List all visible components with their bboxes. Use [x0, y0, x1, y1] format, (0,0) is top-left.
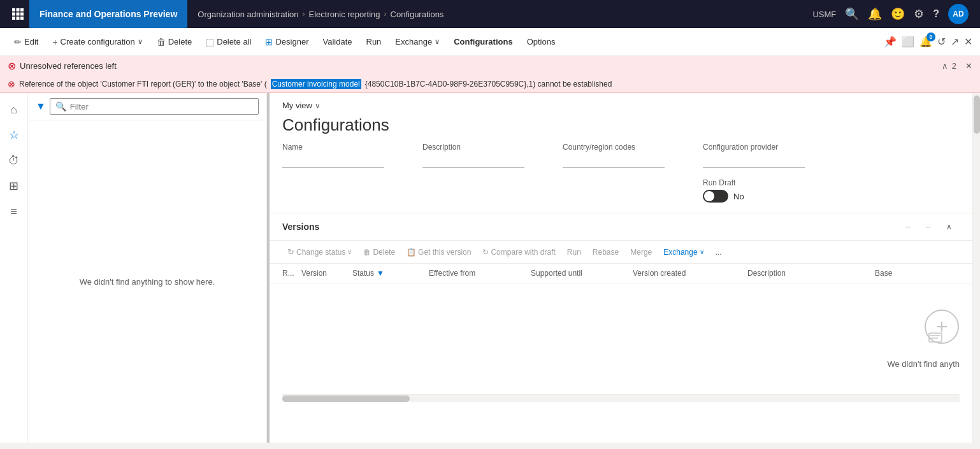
create-chevron-icon: ∨ — [138, 38, 143, 46]
breadcrumb-electronic[interactable]: Electronic reporting — [309, 10, 380, 19]
breadcrumb-sep-2: › — [384, 10, 387, 18]
sidebar-recent-icon[interactable]: ⏱ — [3, 149, 25, 172]
search-icon[interactable]: 🔍 — [845, 7, 859, 21]
description-value[interactable] — [422, 154, 524, 168]
compare-icon: ↻ — [482, 248, 489, 257]
close-panel-icon[interactable]: ✕ — [964, 36, 972, 48]
get-this-version-button[interactable]: 📋 Get this version — [401, 245, 476, 259]
col-header-version: Version — [301, 269, 352, 278]
vertical-scroll-thumb[interactable] — [974, 96, 980, 134]
country-region-value[interactable] — [563, 154, 665, 168]
error-banner-detail: ⊗ Reference of the object 'Customer FTI … — [0, 76, 980, 92]
pin-icon[interactable]: 📌 — [884, 36, 897, 48]
config-provider-value[interactable] — [703, 154, 805, 168]
sidebar-workspaces-icon[interactable]: ⊞ — [3, 175, 25, 197]
waffle-menu-button[interactable] — [6, 0, 29, 28]
edit-button[interactable]: ✏ Edit — [8, 33, 45, 51]
svg-rect-10 — [929, 333, 942, 342]
change-status-chevron: ∨ — [347, 248, 352, 255]
delete-button[interactable]: 🗑 Delete — [150, 33, 199, 51]
exchange-chevron: ∨ — [700, 248, 704, 255]
right-panel-content: My view ∨ Configurations Name Descriptio… — [270, 93, 972, 443]
configurations-button[interactable]: Configurations — [447, 33, 519, 50]
exchange-button[interactable]: Exchange ∨ — [389, 33, 446, 50]
svg-rect-6 — [12, 17, 15, 20]
change-status-icon: ↻ — [287, 247, 294, 257]
designer-icon: ⊞ — [265, 37, 273, 47]
left-panel-empty: We didn't find anything to show here. — [28, 120, 266, 443]
versions-header: Versions -- -- ∧ — [270, 213, 972, 241]
sidebar-favorite-icon[interactable]: ☆ — [3, 124, 25, 146]
svg-rect-5 — [20, 13, 24, 16]
action-bar: ✏ Edit + Create configuration ∨ 🗑 Delete… — [0, 28, 980, 56]
table-empty-state: We didn't find anyth — [270, 283, 972, 394]
delete-all-icon: ⬚ — [206, 37, 214, 47]
horizontal-scroll-thumb[interactable] — [282, 396, 410, 402]
avatar[interactable]: AD — [948, 4, 969, 24]
filter-icon[interactable]: ▼ — [36, 101, 46, 112]
sidebar-home-icon[interactable]: ⌂ — [3, 98, 25, 121]
delete-all-button[interactable]: ⬚ Delete all — [199, 33, 257, 51]
exchange-chevron-icon: ∨ — [435, 38, 440, 46]
col-header-description: Description — [747, 269, 875, 278]
change-status-button[interactable]: ↻ Change status ∨ — [282, 245, 357, 259]
open-new-icon[interactable]: ↗ — [951, 36, 959, 48]
designer-button[interactable]: ⊞ Designer — [259, 33, 315, 51]
view-selector[interactable]: My view ∨ — [270, 93, 972, 113]
versions-more-button[interactable]: ... — [710, 245, 727, 259]
run-draft-container: Run Draft No — [703, 178, 805, 203]
horizontal-scrollbar[interactable] — [282, 394, 960, 402]
versions-header-controls: -- -- ∧ — [900, 220, 960, 234]
versions-delete-button[interactable]: 🗑 Delete — [358, 245, 400, 259]
versions-run-button[interactable]: Run — [562, 245, 586, 259]
versions-delete-icon: 🗑 — [363, 248, 371, 257]
svg-rect-4 — [17, 13, 20, 16]
right-panel-inner: My view ∨ Configurations Name Descriptio… — [270, 93, 980, 443]
error-detail-prefix: Reference of the object 'Customer FTI re… — [19, 80, 267, 89]
error-detail-suffix: {4850C10B-1B7C-4AD0-98F9-26E3705C959C},1… — [365, 80, 612, 89]
versions-dash1: -- — [900, 220, 916, 234]
svg-rect-2 — [20, 8, 24, 11]
col-header-base: Base — [875, 269, 960, 278]
settings-icon[interactable]: ⚙ — [914, 7, 924, 21]
run-button[interactable]: Run — [360, 33, 388, 50]
options-button[interactable]: Options — [521, 33, 562, 50]
merge-button[interactable]: Merge — [625, 245, 657, 259]
validate-button[interactable]: Validate — [316, 33, 358, 50]
versions-section: Versions -- -- ∧ ↻ Change status ∨ — [270, 213, 972, 443]
search-input[interactable] — [70, 102, 253, 111]
expand-icon[interactable]: ⬜ — [902, 36, 914, 48]
error-banner-container: ⊗ Unresolved references left ∧ 2 ✕ ⊗ Ref… — [0, 56, 980, 93]
col-header-status: Status ▼ — [352, 269, 429, 278]
user-label: USMF — [812, 10, 836, 19]
svg-rect-1 — [17, 8, 20, 11]
search-box[interactable]: 🔍 — [50, 98, 259, 115]
name-value[interactable] — [282, 154, 384, 168]
sidebar-modules-icon[interactable]: ≡ — [3, 200, 25, 223]
breadcrumb-org[interactable]: Organization administration — [198, 10, 298, 19]
refresh-icon[interactable]: ↺ — [937, 36, 946, 48]
svg-rect-8 — [20, 17, 24, 20]
help-icon[interactable]: ? — [933, 8, 939, 20]
error-count: 2 — [952, 61, 956, 71]
versions-title: Versions — [282, 222, 900, 232]
status-filter-icon[interactable]: ▼ — [377, 269, 384, 278]
compare-draft-button[interactable]: ↻ Compare with draft — [477, 245, 560, 259]
notification-count-icon[interactable]: 🔔 0 — [919, 35, 932, 48]
versions-exchange-button[interactable]: Exchange ∨ — [658, 245, 709, 259]
feedback-icon[interactable]: 🙂 — [891, 7, 905, 21]
rebase-button[interactable]: Rebase — [587, 245, 624, 259]
versions-collapse-button[interactable]: ∧ — [941, 220, 957, 234]
create-configuration-button[interactable]: + Create configuration ∨ — [46, 33, 148, 51]
top-nav-bar: Finance and Operations Preview Organizat… — [0, 0, 980, 28]
vertical-scrollbar[interactable] — [972, 93, 980, 443]
table-header: R... Version Status ▼ Effective from Sup… — [270, 264, 972, 283]
error-header-icon: ⊗ — [8, 60, 16, 72]
error-collapse-button[interactable]: ∧ — [942, 61, 948, 71]
run-draft-toggle[interactable] — [703, 190, 728, 203]
bell-icon[interactable]: 🔔 — [868, 7, 882, 21]
view-selector-chevron: ∨ — [315, 101, 321, 110]
breadcrumb-configurations[interactable]: Configurations — [391, 10, 444, 19]
toggle-no-label: No — [733, 192, 744, 201]
error-close-button[interactable]: ✕ — [965, 61, 972, 71]
